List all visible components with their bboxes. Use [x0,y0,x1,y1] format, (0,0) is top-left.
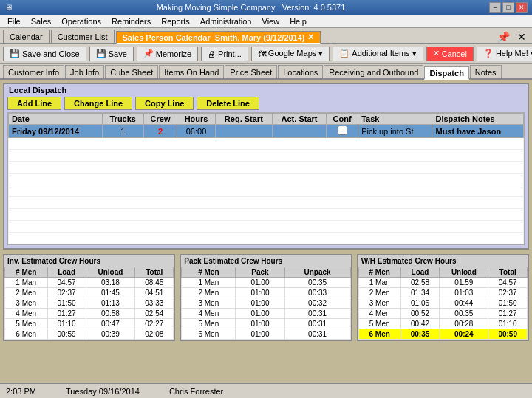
tab-calendar[interactable]: Calendar [3,30,50,43]
save-close-button[interactable]: 💾 Save and Close [3,47,86,61]
col-trucks: Trucks [102,114,143,125]
copy-line-button[interactable]: Copy Line [135,97,194,110]
wh-col-unload: Unload [440,267,488,278]
inv-col-men: # Men [5,267,48,278]
cell-req-start [215,125,272,138]
table-row[interactable]: Friday 09/12/2014 1 2 06:00 Pick up into… [9,125,524,138]
list-item: 3 Men01:0600:4401:50 [358,298,527,309]
change-line-button[interactable]: Change Line [64,97,132,110]
inv-col-load: Load [47,267,86,278]
cell-notes: Must have Jason [432,125,524,138]
cancel-button[interactable]: ✕ Cancel [426,47,474,61]
close-button[interactable]: ✕ [516,2,528,13]
menu-file[interactable]: File [3,16,25,27]
tab-items-on-hand[interactable]: Items On Hand [159,65,224,78]
list-item: 3 Men01:5001:1303:33 [5,298,174,309]
list-item: 6 Men01:0000:31 [182,329,350,340]
pack-crew-box: Pack Estimated Crew Hours # Men Pack Unp… [180,254,352,341]
col-crew: Crew [143,114,177,125]
list-item: 5 Men01:0000:31 [182,319,350,329]
maximize-button[interactable]: □ [502,2,514,13]
tab-customer-list[interactable]: Customer List [51,30,115,43]
pack-crew-table: # Men Pack Unpack 1 Man01:0000:352 Men01… [181,267,350,340]
list-item: 2 Men01:3401:0302:37 [358,288,527,298]
dispatch-table-container: Date Trucks Crew Hours Req. Start Act. S… [7,112,525,245]
menu-view[interactable]: View [258,16,284,27]
minimize-button[interactable]: − [489,2,501,13]
list-item: 6 Men00:3500:2400:59 [358,329,527,340]
cell-act-start [272,125,326,138]
inv-col-unload: Unload [86,267,135,278]
menu-administration[interactable]: Administration [196,16,256,27]
inv-crew-box: Inv. Estimated Crew Hours # Men Load Unl… [3,254,175,341]
main-content: Local Dispatch Add Line Change Line Copy… [0,80,532,398]
help-button[interactable]: ❓ Help Me! ▾ [477,47,532,61]
inv-crew-table: # Men Load Unload Total 1 Man04:5703:180… [4,267,174,340]
menu-reminders[interactable]: Reminders [107,16,155,27]
google-maps-button[interactable]: 🗺 Google Maps ▾ [251,47,330,61]
dispatch-table: Date Trucks Crew Hours Req. Start Act. S… [8,113,524,244]
additional-icon: 📋 [339,49,349,58]
tab-notes[interactable]: Notes [470,65,502,78]
tab-sales-person-calendar[interactable]: Sales Person Calendar Smith, Mary (9/12/… [116,31,321,44]
list-item: 3 Men01:0000:32 [182,298,350,309]
wh-col-men: # Men [358,267,400,278]
list-item: 4 Men01:2700:5802:54 [5,309,174,319]
list-item: 4 Men00:5200:3501:27 [358,309,527,319]
tab-close[interactable]: ✕ [514,31,529,43]
conf-checkbox[interactable] [338,126,347,135]
menubar: File Sales Operations Reminders Reports … [0,15,532,28]
print-button[interactable]: 🖨 Print... [201,47,248,61]
memorize-button[interactable]: 📌 Memorize [137,47,198,61]
list-item: 1 Man01:0000:35 [182,278,350,288]
add-line-button[interactable]: Add Line [7,97,61,110]
tab-price-sheet[interactable]: Price Sheet [225,65,277,78]
status-time: 2:03 PM [6,387,36,396]
menu-operations[interactable]: Operations [57,16,106,27]
status-user: Chris Forrester [169,387,223,396]
tab-job-info[interactable]: Job Info [65,65,104,78]
cancel-icon: ✕ [433,49,440,58]
dispatch-label: Local Dispatch [4,84,528,95]
additional-items-button[interactable]: 📋 Additional Items ▾ [332,47,423,61]
status-date: Tuesday 09/16/2014 [66,387,140,396]
tab-customer-info[interactable]: Customer Info [3,65,64,78]
cell-hours: 06:00 [177,125,216,138]
delete-line-button[interactable]: Delete Line [197,97,259,110]
list-item: 2 Men02:3701:4504:51 [5,288,174,298]
tab-receiving-outbound[interactable]: Receiving and Outbound [324,65,423,78]
tab-dispatch[interactable]: Dispatch [424,66,468,80]
save-close-icon: 💾 [10,49,20,58]
pack-col-pack: Pack [236,267,284,278]
col-date: Date [9,114,103,125]
wh-crew-table: # Men Load Unload Total 1 Man02:5801:590… [358,267,528,340]
dispatch-box: Local Dispatch Add Line Change Line Copy… [3,83,529,250]
pack-crew-title: Pack Estimated Crew Hours [181,255,350,267]
tab-cube-sheet[interactable]: Cube Sheet [105,65,158,78]
menu-reports[interactable]: Reports [157,16,194,27]
menu-help[interactable]: Help [285,16,311,27]
print-icon: 🖨 [208,49,216,58]
toolbar: 💾 Save and Close 💾 Save 📌 Memorize 🖨 Pri… [0,44,532,64]
list-item: 6 Men00:5900:3902:08 [5,329,174,340]
col-hours: Hours [177,114,216,125]
wh-crew-box: W/H Estimated Crew Hours # Men Load Unlo… [357,254,529,341]
cell-conf [327,125,358,138]
statusbar: 2:03 PM Tuesday 09/16/2014 Chris Forrest… [0,383,532,398]
inv-crew-title: Inv. Estimated Crew Hours [4,255,174,267]
memorize-icon: 📌 [143,49,154,58]
list-item: 5 Men00:4200:2801:10 [358,319,527,329]
menu-sales[interactable]: Sales [27,16,56,27]
titlebar: 🖥 Making Moving Simple Company Version: … [0,0,532,15]
tab-locations[interactable]: Locations [278,65,323,78]
list-item: 2 Men01:0000:33 [182,288,350,298]
col-act-start: Act. Start [272,114,326,125]
cell-date: Friday 09/12/2014 [9,125,103,138]
wh-crew-title: W/H Estimated Crew Hours [358,255,528,267]
save-button[interactable]: 💾 Save [89,47,134,61]
titlebar-title: Making Moving Simple Company Version: 4.… [157,3,346,12]
list-item: 1 Man02:5801:5904:57 [358,278,527,288]
save-icon: 💾 [96,49,106,58]
tab-pin[interactable]: 📌 [494,31,513,43]
cell-trucks: 1 [102,125,143,138]
